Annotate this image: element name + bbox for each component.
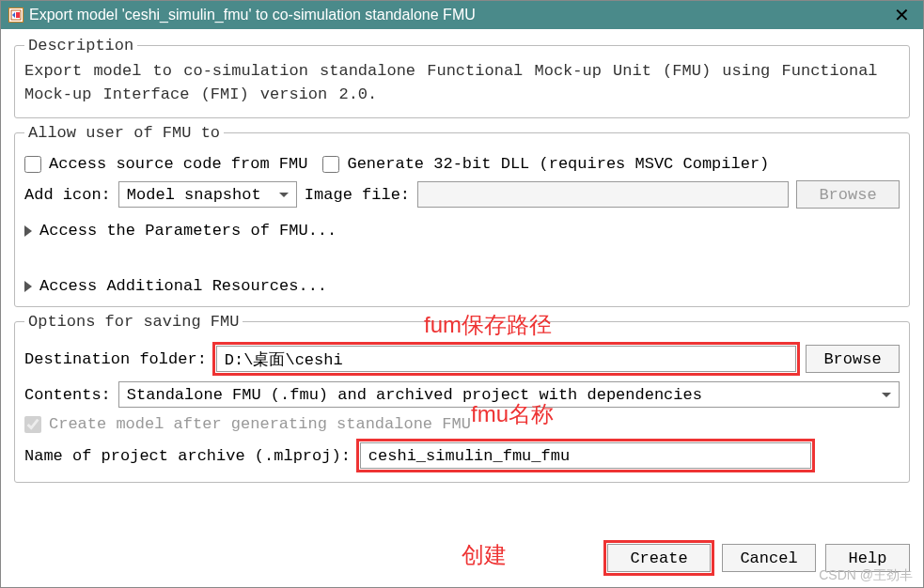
create-model-checkbox: [24, 416, 41, 433]
create-button[interactable]: Create: [607, 544, 711, 572]
access-source-label: Access source code from FMU: [49, 155, 307, 173]
description-text: Export model to co-simulation standalone…: [24, 60, 900, 106]
annotation-save-path: fum保存路径: [424, 310, 552, 340]
image-file-input[interactable]: [417, 181, 789, 208]
access-parameters-expander[interactable]: Access the Parameters of FMU...: [24, 222, 900, 240]
access-source-checkbox[interactable]: [24, 156, 41, 173]
app-icon: [8, 8, 23, 23]
image-file-label: Image file:: [305, 186, 410, 204]
titlebar: Export model 'ceshi_simulin_fmu' to co-s…: [1, 1, 923, 29]
triangle-right-icon: [24, 281, 32, 292]
contents-selected: Standalone FMU (.fmu) and archived proje…: [127, 386, 702, 404]
close-button[interactable]: ✕: [888, 4, 916, 26]
access-resources-label: Access Additional Resources...: [39, 277, 327, 295]
allow-legend: Allow user of FMU to: [24, 124, 224, 142]
add-icon-label: Add icon:: [24, 186, 111, 204]
cancel-button[interactable]: Cancel: [722, 544, 816, 572]
svg-rect-1: [16, 12, 20, 18]
create-model-label: Create model after generating standalone…: [49, 415, 471, 433]
destination-browse-button[interactable]: Browse: [806, 345, 900, 373]
image-browse-button: Browse: [796, 180, 900, 209]
access-parameters-label: Access the Parameters of FMU...: [39, 222, 337, 240]
contents-select[interactable]: Standalone FMU (.fmu) and archived proje…: [118, 381, 900, 408]
gen32-label: Generate 32-bit DLL (requires MSVC Compi…: [347, 155, 769, 173]
add-icon-select[interactable]: Model snapshot: [118, 181, 297, 208]
dialog-window: Export model 'ceshi_simulin_fmu' to co-s…: [0, 0, 924, 588]
watermark: CSDN @王劲丰: [819, 567, 913, 584]
gen32-checkbox[interactable]: [322, 156, 339, 173]
access-resources-expander[interactable]: Access Additional Resources...: [24, 277, 900, 295]
annotation-create: 创建: [462, 540, 507, 570]
window-title: Export model 'ceshi_simulin_fmu' to co-s…: [29, 7, 476, 23]
description-group: Description Export model to co-simulatio…: [14, 37, 910, 118]
project-archive-name-label: Name of project archive (.mlproj):: [24, 447, 351, 465]
project-archive-name-input[interactable]: [360, 442, 811, 469]
triangle-right-icon: [24, 225, 32, 237]
description-legend: Description: [24, 37, 137, 54]
allow-group: Allow user of FMU to Access source code …: [14, 124, 910, 307]
contents-label: Contents:: [24, 386, 111, 404]
destination-folder-input[interactable]: [216, 346, 796, 372]
destination-folder-label: Destination folder:: [24, 350, 207, 368]
add-icon-selected: Model snapshot: [127, 186, 261, 204]
button-bar: 创建 Create Cancel Help: [1, 533, 923, 587]
saving-legend: Options for saving FMU: [24, 313, 243, 331]
saving-group: Options for saving FMU fum保存路径 Destinati…: [14, 313, 910, 483]
